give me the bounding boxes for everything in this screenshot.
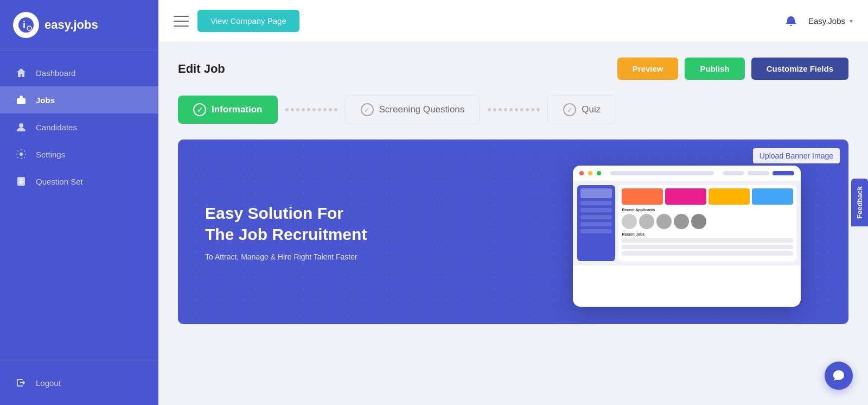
step-quiz-label: Quiz	[582, 104, 601, 115]
banner-area: Upload Banner Image Easy Solution For Th…	[178, 140, 848, 324]
banner-left: Easy Solution For The Job Recruitment To…	[178, 140, 526, 324]
laptop-topbar	[573, 166, 801, 181]
headline-line2: The Job Recruitment	[205, 225, 367, 243]
banner-headline: Easy Solution For The Job Recruitment	[205, 202, 499, 245]
home-icon	[15, 67, 27, 79]
sidebar-item-settings[interactable]: Settings	[0, 141, 158, 168]
dot	[312, 108, 316, 111]
step-quiz-icon: ✓	[563, 103, 576, 116]
sidebar-item-candidates[interactable]: Candidates	[0, 113, 158, 141]
page-title: Edit Job	[178, 62, 225, 76]
dot	[329, 108, 332, 111]
briefcase-icon	[15, 94, 27, 106]
dot	[323, 108, 327, 111]
preview-button[interactable]: Preview	[617, 58, 679, 80]
dot	[504, 108, 507, 111]
sidebar-item-jobs[interactable]: Jobs	[0, 86, 158, 113]
step-dots-1	[278, 108, 345, 111]
candidates-icon	[15, 121, 27, 133]
sidebar-item-jobs-label: Jobs	[36, 96, 55, 105]
stat-orange	[622, 188, 663, 205]
chevron-down-icon: ▾	[850, 17, 853, 25]
step-screening[interactable]: ✓ Screening Questions	[345, 95, 481, 124]
sidebar-item-candidates-label: Candidates	[36, 123, 77, 132]
content-area: Edit Job Preview Publish Customize Field…	[158, 42, 868, 405]
chat-button[interactable]	[825, 362, 853, 390]
svg-point-5	[20, 153, 23, 156]
customize-fields-button[interactable]: Customize Fields	[751, 58, 848, 80]
sidebar-logo: i easy.jobs	[0, 0, 158, 50]
dot	[537, 108, 540, 111]
sidebar-item-question-set[interactable]: Question Set	[0, 168, 158, 195]
window-dot-red	[579, 171, 584, 175]
step-information-label: Information	[212, 104, 263, 115]
laptop-main-mini: Recent Applicants Recent Jobs	[618, 185, 796, 261]
sidebar-logout-section: Logout	[0, 360, 158, 405]
step-quiz[interactable]: ✓ Quiz	[547, 95, 616, 124]
list-item	[622, 238, 793, 243]
svg-point-4	[19, 123, 23, 128]
dot	[307, 108, 310, 111]
logout-label: Logout	[36, 378, 61, 388]
sidebar-item-question-set-label: Question Set	[36, 177, 83, 186]
gear-icon	[15, 148, 27, 160]
view-company-button[interactable]: View Company Page	[197, 10, 299, 32]
dot	[302, 108, 305, 111]
sidebar-item-dashboard-label: Dashboard	[36, 68, 75, 78]
logo-text: easy.jobs	[44, 18, 98, 32]
step-information[interactable]: ✓ Information	[178, 96, 278, 124]
notification-bell-icon[interactable]	[782, 12, 800, 30]
logout-item[interactable]: Logout	[0, 369, 158, 396]
question-set-icon	[15, 175, 27, 187]
dot	[334, 108, 337, 111]
step-screening-icon: ✓	[361, 103, 374, 116]
list-item	[622, 245, 793, 249]
action-buttons: Preview Publish Customize Fields	[617, 58, 848, 80]
dot	[285, 108, 289, 111]
sidebar-nav: Dashboard Jobs Candidates	[0, 50, 158, 360]
publish-button[interactable]: Publish	[685, 58, 744, 80]
dot	[531, 108, 534, 111]
logout-icon	[15, 377, 27, 389]
sidebar-item-dashboard[interactable]: Dashboard	[0, 59, 158, 86]
svg-text:i: i	[23, 20, 25, 30]
dot	[488, 108, 491, 111]
user-name: Easy.Jobs	[808, 16, 845, 26]
stat-yellow	[709, 188, 750, 205]
dot	[296, 108, 299, 111]
dot	[515, 108, 518, 111]
stat-pink	[665, 188, 706, 205]
edit-job-header: Edit Job Preview Publish Customize Field…	[178, 58, 848, 80]
main-content: View Company Page Easy.Jobs ▾ Edit Job P…	[158, 0, 868, 405]
window-dot-yellow	[588, 171, 592, 175]
feedback-tab[interactable]: Feedback	[851, 179, 868, 226]
banner-right: Recent Applicants Recent Jobs	[526, 140, 848, 324]
step-check-icon: ✓	[193, 103, 206, 116]
dot	[493, 108, 496, 111]
dot	[318, 108, 321, 111]
laptop-sidebar-mini	[577, 185, 615, 261]
user-menu[interactable]: Easy.Jobs ▾	[808, 16, 853, 26]
menu-toggle[interactable]	[174, 16, 189, 27]
steps-row: ✓ Information ✓ Screening Questions	[178, 95, 848, 124]
dot	[499, 108, 502, 111]
sidebar: i easy.jobs Dashboard Jobs	[0, 0, 158, 405]
svg-rect-3	[17, 98, 25, 104]
sidebar-item-settings-label: Settings	[36, 150, 65, 159]
banner-subtext: To Attract, Manage & Hire Right Talent F…	[205, 252, 499, 261]
laptop-mockup: Recent Applicants Recent Jobs	[573, 166, 801, 307]
svg-point-0	[18, 17, 34, 33]
svg-point-2	[27, 26, 31, 30]
headline-line1: Easy Solution For	[205, 204, 343, 222]
logo-icon: i	[13, 12, 39, 38]
laptop-content: Recent Applicants Recent Jobs	[573, 181, 801, 265]
upload-banner-link[interactable]: Upload Banner Image	[753, 148, 840, 163]
window-dot-green	[597, 171, 601, 175]
dot	[520, 108, 524, 111]
stats-row	[622, 188, 793, 205]
dot	[509, 108, 513, 111]
stat-blue	[752, 188, 793, 205]
dot	[291, 108, 294, 111]
step-dots-2	[480, 108, 547, 111]
step-screening-label: Screening Questions	[379, 104, 465, 115]
